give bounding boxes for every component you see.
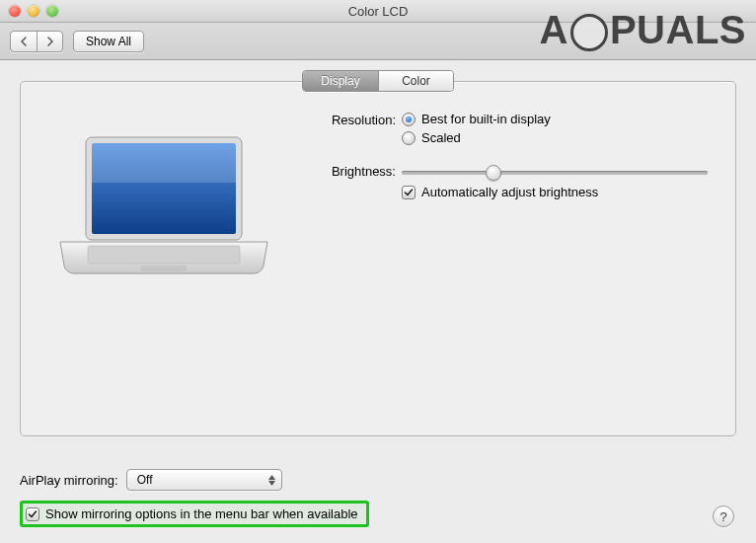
preferences-panel: Display Color [20, 81, 736, 436]
svg-rect-3 [88, 246, 240, 264]
bottom-controls: AirPlay mirroring: Off Show mirroring op… [20, 469, 736, 527]
titlebar: Color LCD [0, 0, 756, 23]
tab-color[interactable]: Color [378, 71, 453, 91]
stepper-arrows-icon [268, 475, 275, 486]
tab-group: Display Color [302, 70, 454, 92]
nav-back-forward [10, 31, 63, 52]
help-button[interactable]: ? [713, 505, 734, 527]
resolution-best-option[interactable]: Best for built-in display [402, 112, 708, 126]
airplay-mirroring-popup[interactable]: Off [126, 469, 282, 491]
resolution-scaled-option[interactable]: Scaled [402, 130, 708, 145]
checkbox-icon [26, 507, 39, 521]
window-title: Color LCD [0, 4, 756, 19]
back-button[interactable] [11, 32, 37, 51]
resolution-label: Resolution: [315, 112, 402, 127]
toolbar: Show All [0, 23, 756, 60]
display-settings: Resolution: Best for built-in display Sc… [315, 112, 708, 289]
brightness-slider[interactable] [402, 171, 708, 175]
brightness-label: Brightness: [315, 163, 402, 179]
chevron-right-icon [46, 37, 54, 46]
minimize-window-button[interactable] [28, 5, 39, 17]
resolution-best-label: Best for built-in display [421, 112, 551, 126]
airplay-label: AirPlay mirroring: [20, 473, 118, 488]
display-preview [48, 112, 279, 289]
close-window-button[interactable] [9, 5, 21, 17]
airplay-selected: Off [137, 473, 153, 487]
radio-icon [402, 113, 416, 126]
auto-brightness-checkbox[interactable]: Automatically adjust brightness [402, 185, 708, 199]
show-all-button[interactable]: Show All [73, 31, 144, 52]
chevron-left-icon [20, 37, 28, 46]
svg-rect-2 [92, 143, 236, 183]
show-mirroring-label: Show mirroring options in the menu bar w… [45, 506, 358, 521]
macbook-icon [50, 131, 277, 289]
window-controls [0, 5, 58, 17]
radio-icon [402, 131, 416, 145]
auto-brightness-label: Automatically adjust brightness [421, 185, 598, 199]
tab-display[interactable]: Display [303, 71, 378, 91]
svg-rect-4 [141, 266, 187, 272]
slider-thumb[interactable] [486, 165, 501, 181]
resolution-scaled-label: Scaled [421, 130, 461, 145]
forward-button[interactable] [37, 32, 62, 51]
checkbox-icon [402, 186, 416, 199]
help-icon: ? [719, 509, 726, 524]
show-mirroring-checkbox[interactable]: Show mirroring options in the menu bar w… [26, 506, 358, 521]
mirroring-checkbox-highlight: Show mirroring options in the menu bar w… [20, 501, 369, 527]
zoom-window-button[interactable] [46, 5, 58, 17]
